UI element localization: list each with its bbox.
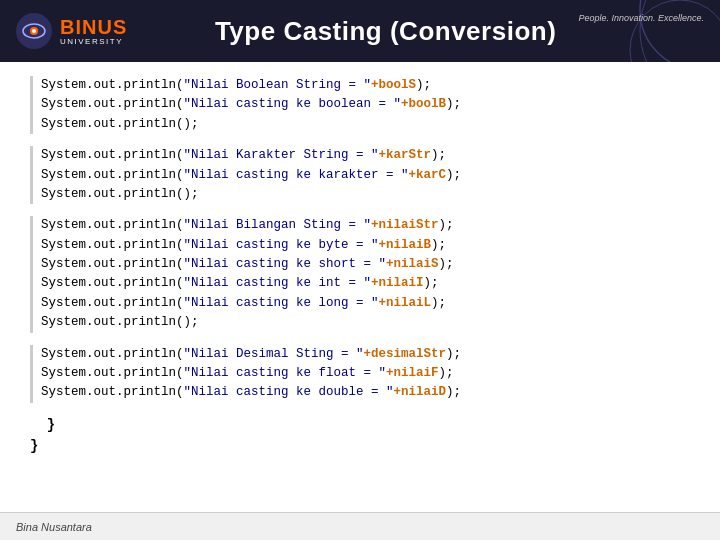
code-line: System.out.println("Nilai casting ke byt… xyxy=(41,236,690,255)
footer: Bina Nusantara xyxy=(0,512,720,540)
code-line: System.out.println("Nilai Bilangan Sting… xyxy=(41,216,690,235)
inner-brace: } xyxy=(30,415,690,437)
closing-braces: }} xyxy=(30,415,690,458)
svg-point-5 xyxy=(32,29,36,33)
code-line: System.out.println("Nilai casting ke lon… xyxy=(41,294,690,313)
svg-point-0 xyxy=(640,0,720,62)
code-line: System.out.println(); xyxy=(41,115,690,134)
code-line: System.out.println(); xyxy=(41,313,690,332)
code-line: System.out.println("Nilai Karakter Strin… xyxy=(41,146,690,165)
code-line: System.out.println("Nilai Boolean String… xyxy=(41,76,690,95)
code-line: System.out.println("Nilai casting ke sho… xyxy=(41,255,690,274)
code-line: System.out.println("Nilai casting ke int… xyxy=(41,274,690,293)
code-block: System.out.println("Nilai Boolean String… xyxy=(30,76,690,458)
footer-label: Bina Nusantara xyxy=(16,521,92,533)
code-section-2: System.out.println("Nilai Bilangan Sting… xyxy=(30,216,690,332)
code-section-3: System.out.println("Nilai Desimal Sting … xyxy=(30,345,690,403)
header: BINUS UNIVERSITY Type Casting (Conversio… xyxy=(0,0,720,62)
code-line: System.out.println("Nilai casting ke boo… xyxy=(41,95,690,114)
code-line: System.out.println("Nilai casting ke kar… xyxy=(41,166,690,185)
code-line: System.out.println("Nilai casting ke flo… xyxy=(41,364,690,383)
code-line: System.out.println(); xyxy=(41,185,690,204)
tagline: People. Innovation. Excellence. xyxy=(578,12,704,25)
code-line: System.out.println("Nilai casting ke dou… xyxy=(41,383,690,402)
logo-icon xyxy=(16,13,52,49)
outer-brace: } xyxy=(30,436,690,458)
code-section-1: System.out.println("Nilai Karakter Strin… xyxy=(30,146,690,204)
code-section-0: System.out.println("Nilai Boolean String… xyxy=(30,76,690,134)
code-line: System.out.println("Nilai Desimal Sting … xyxy=(41,345,690,364)
svg-point-1 xyxy=(640,0,720,62)
content-area: System.out.println("Nilai Boolean String… xyxy=(0,62,720,512)
